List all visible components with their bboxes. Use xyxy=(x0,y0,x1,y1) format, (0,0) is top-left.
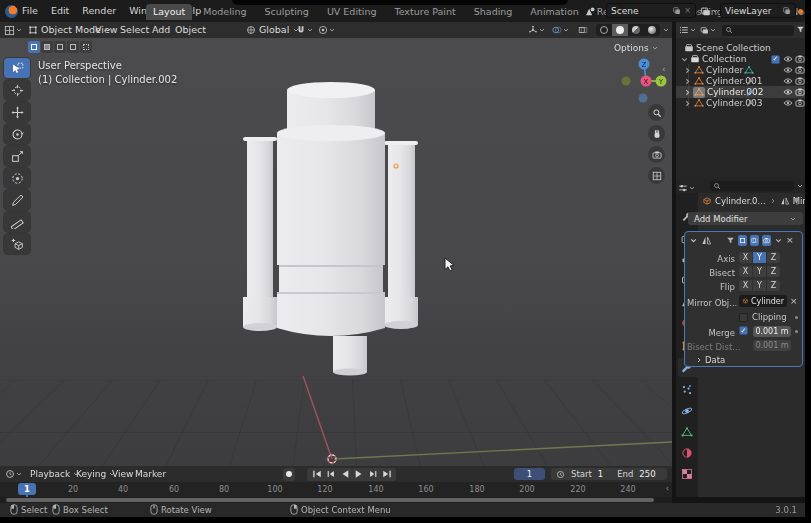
properties-options-chevron[interactable] xyxy=(796,182,804,190)
tab-animation[interactable]: Animation xyxy=(523,4,585,20)
bisect-z-button[interactable]: Z xyxy=(767,266,780,277)
tab-uv-editing[interactable]: UV Editing xyxy=(320,4,384,20)
axis-x-button[interactable]: X xyxy=(739,252,752,263)
zoom-button[interactable] xyxy=(648,104,665,121)
outliner-filter-button[interactable] xyxy=(796,25,805,34)
view-layer-selector-icon-button[interactable] xyxy=(700,3,719,19)
delete-modifier-button[interactable]: × xyxy=(786,236,794,245)
tab-material[interactable] xyxy=(680,446,694,460)
hide-eye-icon[interactable] xyxy=(783,76,793,86)
breadcrumb-object[interactable]: Cylinder.0... xyxy=(715,196,766,206)
expand-icon[interactable] xyxy=(683,99,692,108)
start-frame-field[interactable]: 1 xyxy=(598,469,603,479)
end-frame-field[interactable]: 250 xyxy=(639,469,655,479)
hide-eye-icon[interactable] xyxy=(783,98,793,108)
tab-texture[interactable] xyxy=(680,467,694,481)
select-mode-invert-button[interactable] xyxy=(67,41,79,53)
timeline-editor-type-button[interactable] xyxy=(5,466,23,482)
shading-rendered-button[interactable] xyxy=(644,24,660,36)
shading-material-button[interactable] xyxy=(628,24,644,36)
playback-menu[interactable]: Playback xyxy=(30,466,80,482)
next-keyframe-button[interactable] xyxy=(366,469,379,480)
menu-add[interactable]: Add xyxy=(152,22,170,38)
tool-add-cube[interactable] xyxy=(4,234,30,254)
new-scene-icon[interactable] xyxy=(672,6,681,15)
bisect-y-button[interactable]: Y xyxy=(753,266,766,277)
snapping-dropdown[interactable] xyxy=(296,22,314,38)
tab-particles[interactable] xyxy=(680,383,694,397)
disable-render-icon[interactable] xyxy=(795,87,805,97)
tool-transform[interactable] xyxy=(4,168,30,188)
flip-z-button[interactable]: Z xyxy=(767,280,780,291)
pin-icon[interactable] xyxy=(792,196,802,206)
select-mode-intersect-button[interactable] xyxy=(80,41,92,53)
scroll-edge-arrow[interactable]: ‹ xyxy=(666,484,669,493)
keying-menu[interactable]: Keying xyxy=(76,466,116,482)
animate-dot[interactable] xyxy=(795,330,798,333)
on-cage-toggle[interactable] xyxy=(726,236,735,245)
bisect-x-button[interactable]: X xyxy=(739,266,752,277)
show-gizmo-dropdown[interactable] xyxy=(528,22,546,38)
row-cylinder-003[interactable]: Cylinder.003 xyxy=(676,97,805,109)
menu-render[interactable]: Render xyxy=(80,0,118,22)
jump-end-button[interactable] xyxy=(380,469,393,480)
tab-object-data[interactable] xyxy=(680,425,694,439)
rocket-model[interactable] xyxy=(228,78,428,378)
prev-keyframe-button[interactable] xyxy=(324,469,337,480)
disable-render-icon[interactable] xyxy=(795,98,805,108)
tool-rotate[interactable] xyxy=(4,124,30,144)
new-view-layer-icon[interactable] xyxy=(782,6,791,15)
expand-icon[interactable] xyxy=(683,66,692,75)
tab-texture-paint[interactable]: Texture Paint xyxy=(387,4,462,20)
tab-layout[interactable]: Layout xyxy=(146,4,192,20)
disable-render-icon[interactable] xyxy=(795,65,805,75)
scrollbar-thumb[interactable] xyxy=(6,498,654,502)
tool-annotate[interactable] xyxy=(4,190,30,210)
data-subpanel-header[interactable]: Data xyxy=(695,355,725,365)
tool-scale[interactable] xyxy=(4,146,30,166)
menu-select[interactable]: Select xyxy=(120,22,149,38)
flip-x-button[interactable]: X xyxy=(739,280,752,291)
viewport-3d[interactable]: User Perspective (1) Collection | Cylind… xyxy=(0,38,672,466)
extras-chevron-icon[interactable] xyxy=(774,236,783,245)
realtime-toggle[interactable] xyxy=(750,235,759,246)
tab-shading[interactable]: Shading xyxy=(467,4,520,20)
play-button[interactable] xyxy=(352,469,365,480)
playhead[interactable]: 1 xyxy=(18,483,36,495)
marker-menu[interactable]: Marker xyxy=(135,466,166,482)
menu-edit[interactable]: Edit xyxy=(49,0,71,22)
tab-modeling[interactable]: Modeling xyxy=(196,4,253,20)
hide-eye-icon[interactable] xyxy=(783,54,793,64)
tool-measure[interactable] xyxy=(4,212,30,232)
bisect-distance-field[interactable]: 0.001 m xyxy=(753,340,791,351)
axis-y-button[interactable]: Y xyxy=(753,252,766,263)
toggle-xray-button[interactable] xyxy=(578,22,588,38)
unlink-scene-icon[interactable]: × xyxy=(684,6,691,15)
flip-y-button[interactable]: Y xyxy=(753,280,766,291)
expand-icon[interactable] xyxy=(683,77,692,86)
outliner-search-input[interactable] xyxy=(722,25,794,36)
axis-z-button[interactable]: Z xyxy=(767,252,780,263)
clipping-checkbox[interactable] xyxy=(739,313,748,322)
tool-move[interactable] xyxy=(4,102,30,122)
clear-mirror-object-button[interactable]: × xyxy=(790,296,798,306)
tab-physics[interactable] xyxy=(680,404,694,418)
menu-file[interactable]: File xyxy=(20,0,40,22)
jump-start-button[interactable] xyxy=(310,469,323,480)
shading-solid-button[interactable] xyxy=(612,24,628,36)
menu-view[interactable]: View xyxy=(95,22,118,38)
scene-name-field[interactable]: Scene × xyxy=(606,3,696,18)
menu-object[interactable]: Object xyxy=(175,22,206,38)
hide-eye-icon[interactable] xyxy=(783,65,793,75)
collection-checkbox[interactable]: ✓ xyxy=(771,55,780,64)
view-layer-name-field[interactable]: ViewLayer xyxy=(720,3,796,18)
auto-key-button[interactable] xyxy=(283,468,295,481)
merge-checkbox[interactable]: ✓ xyxy=(739,326,748,335)
play-reverse-button[interactable] xyxy=(338,469,351,480)
blender-logo-icon[interactable] xyxy=(5,5,18,18)
properties-search-input[interactable] xyxy=(710,181,794,191)
merge-threshold-field[interactable]: 0.001 m xyxy=(753,326,791,337)
select-mode-subtract-button[interactable] xyxy=(54,41,66,53)
render-toggle[interactable] xyxy=(762,235,771,246)
animate-dot[interactable] xyxy=(795,316,798,319)
